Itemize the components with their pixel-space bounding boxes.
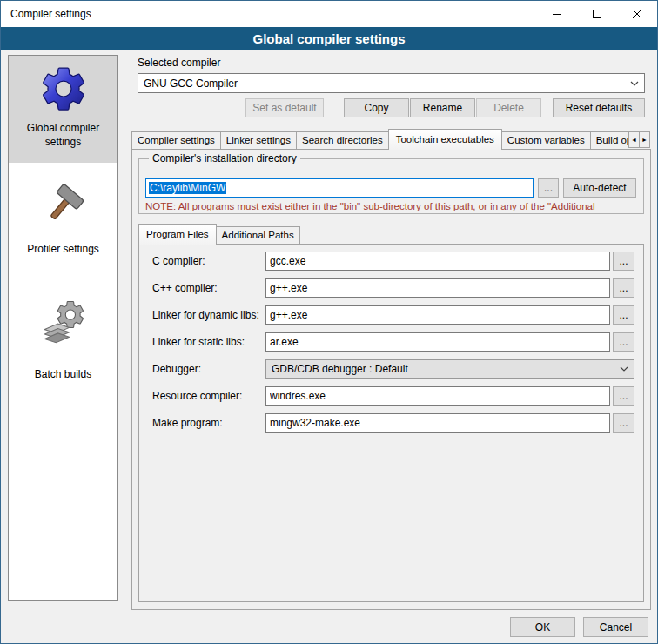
blue-gear-icon (37, 63, 90, 115)
resource-compiler-label: Resource compiler: (152, 390, 264, 402)
installation-directory-legend: Compiler's installation directory (149, 152, 300, 164)
batch-builds-icon (41, 300, 86, 345)
tab-scroll-left-icon: ◄ (631, 137, 637, 143)
sidebar-item-profiler-settings[interactable]: Profiler settings (9, 178, 118, 274)
installation-directory-input[interactable]: C:\raylib\MinGW (145, 178, 534, 198)
compiler-settings-window: Compiler settings Global compiler settin… (0, 0, 658, 644)
cpp-compiler-input[interactable] (265, 278, 610, 298)
make-program-input[interactable] (265, 413, 610, 433)
tab-scroll-right-icon: ► (641, 137, 648, 143)
sidebar-item-label: Profiler settings (25, 243, 101, 257)
debugger-dropdown[interactable]: GDB/CDB debugger : Default (265, 359, 634, 379)
settings-category-list: Global compiler settings Profiler settin… (8, 55, 118, 601)
sidebar-item-label: Batch builds (33, 368, 93, 382)
tab-linker-settings[interactable]: Linker settings (220, 131, 297, 149)
c-compiler-input[interactable] (265, 252, 610, 271)
subtab-program-files[interactable]: Program Files (138, 224, 217, 245)
compiler-combobox[interactable]: GNU GCC Compiler (138, 73, 645, 93)
linker-static-label: Linker for static libs: (152, 336, 264, 348)
debugger-label: Debugger: (152, 363, 264, 375)
tab-scroll-right-button[interactable]: ► (639, 131, 650, 148)
linker-dynamic-input[interactable] (265, 305, 610, 325)
sidebar-item-global-compiler-settings[interactable]: Global compiler settings (9, 56, 118, 163)
c-compiler-label: C compiler: (152, 255, 264, 267)
debugger-dropdown-value: GDB/CDB debugger : Default (272, 363, 620, 375)
subtab-additional-paths[interactable]: Additional Paths (216, 226, 300, 244)
linker-static-input[interactable] (265, 332, 610, 352)
window-title: Compiler settings (10, 8, 91, 20)
rename-button[interactable]: Rename (410, 98, 475, 117)
tab-scroller: ◄ ► (629, 131, 650, 148)
linker-static-browse-button[interactable]: ... (613, 332, 634, 352)
cancel-button[interactable]: Cancel (583, 617, 648, 637)
sidebar-item-batch-builds[interactable]: Batch builds (9, 297, 118, 392)
minimize-icon (553, 10, 561, 18)
delete-button[interactable]: Delete (476, 98, 541, 117)
cpp-compiler-browse-button[interactable]: ... (613, 278, 634, 298)
chevron-down-icon (620, 366, 628, 372)
resource-compiler-browse-button[interactable]: ... (613, 386, 634, 406)
reset-defaults-button[interactable]: Reset defaults (553, 98, 645, 117)
program-files-tab-bar: Program Files Additional Paths (138, 224, 300, 245)
maximize-icon (593, 10, 601, 18)
settings-tab-bar: Compiler settings Linker settings Search… (131, 129, 629, 150)
tab-custom-variables[interactable]: Custom variables (501, 131, 591, 149)
tab-build-options[interactable]: Build options (590, 131, 629, 149)
tab-toolchain-executables[interactable]: Toolchain executables (388, 129, 502, 150)
maximize-button[interactable] (577, 1, 617, 27)
chevron-down-icon (630, 81, 639, 86)
tab-search-directories[interactable]: Search directories (296, 131, 389, 149)
c-compiler-browse-button[interactable]: ... (613, 252, 634, 271)
programs-note: NOTE: All programs must exist either in … (145, 201, 647, 211)
close-button[interactable] (617, 1, 657, 27)
linker-dynamic-label: Linker for dynamic libs: (152, 309, 264, 321)
profiler-icon (41, 182, 86, 227)
ok-button[interactable]: OK (510, 617, 575, 637)
minimize-button[interactable] (537, 1, 577, 27)
title-bar: Compiler settings (1, 1, 657, 27)
cpp-compiler-label: C++ compiler: (152, 282, 264, 294)
auto-detect-button[interactable]: Auto-detect (563, 178, 636, 198)
make-program-label: Make program: (152, 417, 264, 429)
tab-compiler-settings[interactable]: Compiler settings (131, 131, 221, 149)
copy-button[interactable]: Copy (344, 98, 409, 117)
sidebar-item-label: Global compiler settings (9, 122, 118, 149)
set-as-default-button[interactable]: Set as default (245, 98, 324, 117)
installation-directory-value: C:\raylib\MinGW (149, 182, 226, 194)
resource-compiler-input[interactable] (265, 386, 610, 406)
browse-directory-button[interactable]: ... (538, 178, 559, 198)
window-controls (537, 1, 657, 27)
dialog-header: Global compiler settings (1, 27, 657, 50)
selected-compiler-label: Selected compiler (138, 57, 220, 69)
make-program-browse-button[interactable]: ... (613, 413, 634, 433)
compiler-combobox-value: GNU GCC Compiler (144, 77, 630, 90)
linker-dynamic-browse-button[interactable]: ... (613, 305, 634, 325)
close-icon (633, 10, 641, 18)
